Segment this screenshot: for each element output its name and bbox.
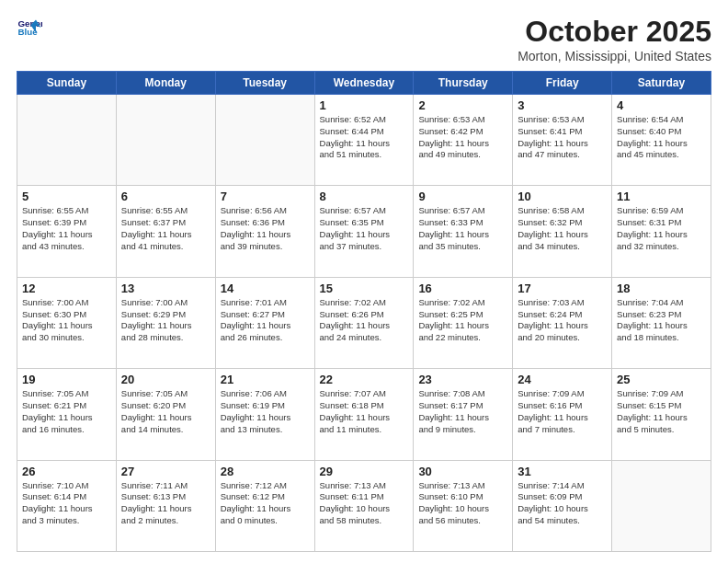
cell-info-line: and 5 minutes.	[617, 424, 706, 436]
cell-info-line: Sunrise: 7:09 AM	[518, 388, 607, 400]
cell-info-line: Sunrise: 6:57 AM	[320, 205, 409, 217]
cell-info-line: and 35 minutes.	[418, 241, 507, 253]
cell-info-line: Daylight: 11 hours	[617, 138, 706, 150]
cell-info-line: and 13 minutes.	[221, 424, 310, 436]
calendar-cell-w2-d3: 7Sunrise: 6:56 AMSunset: 6:36 PMDaylight…	[215, 186, 314, 277]
cell-info-line: Sunset: 6:11 PM	[320, 491, 409, 503]
date-number: 26	[22, 465, 111, 478]
cell-info-line: Sunrise: 6:52 AM	[320, 114, 409, 126]
cell-info-line: Sunrise: 7:13 AM	[320, 480, 409, 492]
cell-info-line: Sunset: 6:12 PM	[221, 491, 310, 503]
calendar-cell-w5-d6: 31Sunrise: 7:14 AMSunset: 6:09 PMDayligh…	[513, 460, 612, 551]
cell-info-line: Sunrise: 7:10 AM	[22, 480, 111, 492]
header: General Blue October 2025 Morton, Missis…	[17, 15, 711, 63]
date-number: 17	[518, 282, 607, 295]
cell-info-line: Sunrise: 6:59 AM	[617, 205, 706, 217]
calendar-cell-w5-d2: 27Sunrise: 7:11 AMSunset: 6:13 PMDayligh…	[116, 460, 215, 551]
cell-info-line: Daylight: 10 hours	[518, 503, 607, 515]
date-number: 22	[320, 373, 409, 386]
date-number: 27	[121, 465, 210, 478]
cell-info-line: Daylight: 10 hours	[418, 503, 507, 515]
cell-info-line: Sunrise: 6:54 AM	[617, 114, 706, 126]
cell-info-line: Sunrise: 7:07 AM	[320, 388, 409, 400]
calendar-cell-w4-d1: 19Sunrise: 7:05 AMSunset: 6:21 PMDayligh…	[17, 369, 117, 460]
calendar-cell-w2-d1: 5Sunrise: 6:55 AMSunset: 6:39 PMDaylight…	[17, 186, 117, 277]
cell-info-line: Daylight: 11 hours	[22, 412, 111, 424]
cell-info-line: Daylight: 11 hours	[518, 229, 607, 241]
calendar-cell-w2-d5: 9Sunrise: 6:57 AMSunset: 6:33 PMDaylight…	[414, 186, 513, 277]
date-number: 16	[418, 282, 507, 295]
cell-info-line: and 41 minutes.	[121, 241, 210, 253]
weekday-header-monday: Monday	[116, 72, 215, 95]
cell-info-line: and 37 minutes.	[320, 241, 409, 253]
date-number: 8	[320, 190, 409, 203]
cell-info-line: Sunrise: 7:02 AM	[320, 297, 409, 309]
cell-info-line: Daylight: 11 hours	[320, 320, 409, 332]
cell-info-line: and 58 minutes.	[320, 515, 409, 527]
date-number: 23	[418, 373, 507, 386]
cell-info-line: Sunset: 6:33 PM	[418, 217, 507, 229]
week-row-3: 12Sunrise: 7:00 AMSunset: 6:30 PMDayligh…	[17, 277, 711, 368]
cell-info-line: and 43 minutes.	[22, 241, 111, 253]
calendar-cell-w3-d5: 16Sunrise: 7:02 AMSunset: 6:25 PMDayligh…	[414, 277, 513, 368]
calendar-cell-w2-d7: 11Sunrise: 6:59 AMSunset: 6:31 PMDayligh…	[612, 186, 711, 277]
cell-info-line: and 45 minutes.	[617, 149, 706, 161]
calendar-cell-w1-d6: 3Sunrise: 6:53 AMSunset: 6:41 PMDaylight…	[513, 95, 612, 186]
date-number: 3	[518, 98, 607, 112]
cell-info-line: Sunset: 6:26 PM	[320, 309, 409, 321]
calendar-cell-w5-d4: 29Sunrise: 7:13 AMSunset: 6:11 PMDayligh…	[314, 460, 414, 551]
cell-info-line: and 30 minutes.	[22, 332, 111, 344]
date-number: 20	[121, 373, 210, 386]
date-number: 30	[418, 465, 507, 478]
calendar-cell-w3-d7: 18Sunrise: 7:04 AMSunset: 6:23 PMDayligh…	[612, 277, 711, 368]
cell-info-line: and 34 minutes.	[518, 241, 607, 253]
date-number: 1	[320, 98, 409, 112]
cell-info-line: Sunrise: 7:13 AM	[418, 480, 507, 492]
cell-info-line: and 32 minutes.	[617, 241, 706, 253]
calendar-cell-w4-d4: 22Sunrise: 7:07 AMSunset: 6:18 PMDayligh…	[314, 369, 414, 460]
date-number: 9	[418, 190, 507, 203]
cell-info-line: Daylight: 11 hours	[418, 138, 507, 150]
cell-info-line: Sunset: 6:30 PM	[22, 309, 111, 321]
cell-info-line: Daylight: 11 hours	[320, 412, 409, 424]
cell-info-line: Sunrise: 6:55 AM	[121, 205, 210, 217]
cell-info-line: Sunset: 6:13 PM	[121, 491, 210, 503]
calendar-cell-w2-d2: 6Sunrise: 6:55 AMSunset: 6:37 PMDaylight…	[116, 186, 215, 277]
calendar-cell-w5-d1: 26Sunrise: 7:10 AMSunset: 6:14 PMDayligh…	[17, 460, 117, 551]
cell-info-line: and 7 minutes.	[518, 424, 607, 436]
cell-info-line: Sunset: 6:42 PM	[418, 126, 507, 138]
date-number: 10	[518, 190, 607, 203]
cell-info-line: Sunset: 6:20 PM	[121, 400, 210, 412]
date-number: 29	[320, 465, 409, 478]
cell-info-line: and 11 minutes.	[320, 424, 409, 436]
calendar-cell-w3-d2: 13Sunrise: 7:00 AMSunset: 6:29 PMDayligh…	[116, 277, 215, 368]
cell-info-line: Sunset: 6:09 PM	[518, 491, 607, 503]
cell-info-line: Sunset: 6:21 PM	[22, 400, 111, 412]
calendar-cell-w3-d6: 17Sunrise: 7:03 AMSunset: 6:24 PMDayligh…	[513, 277, 612, 368]
week-row-5: 26Sunrise: 7:10 AMSunset: 6:14 PMDayligh…	[17, 460, 711, 551]
cell-info-line: Sunrise: 6:53 AM	[418, 114, 507, 126]
calendar-cell-w3-d1: 12Sunrise: 7:00 AMSunset: 6:30 PMDayligh…	[17, 277, 117, 368]
cell-info-line: Sunset: 6:29 PM	[121, 309, 210, 321]
logo-icon: General Blue	[17, 15, 42, 40]
cell-info-line: Daylight: 10 hours	[320, 503, 409, 515]
cell-info-line: and 28 minutes.	[121, 332, 210, 344]
cell-info-line: Daylight: 11 hours	[22, 320, 111, 332]
cell-info-line: Daylight: 11 hours	[320, 138, 409, 150]
cell-info-line: Daylight: 11 hours	[22, 503, 111, 515]
date-number: 21	[221, 373, 310, 386]
cell-info-line: Sunset: 6:39 PM	[22, 217, 111, 229]
date-number: 2	[418, 98, 507, 112]
cell-info-line: Sunset: 6:14 PM	[22, 491, 111, 503]
cell-info-line: and 22 minutes.	[418, 332, 507, 344]
cell-info-line: and 20 minutes.	[518, 332, 607, 344]
cell-info-line: Sunrise: 7:14 AM	[518, 480, 607, 492]
calendar-cell-w3-d3: 14Sunrise: 7:01 AMSunset: 6:27 PMDayligh…	[215, 277, 314, 368]
cell-info-line: Sunrise: 7:05 AM	[22, 388, 111, 400]
cell-info-line: Sunrise: 7:12 AM	[221, 480, 310, 492]
calendar-cell-w1-d4: 1Sunrise: 6:52 AMSunset: 6:44 PMDaylight…	[314, 95, 414, 186]
calendar-cell-w4-d6: 24Sunrise: 7:09 AMSunset: 6:16 PMDayligh…	[513, 369, 612, 460]
date-number: 18	[617, 282, 706, 295]
cell-info-line: Sunset: 6:10 PM	[418, 491, 507, 503]
cell-info-line: Daylight: 11 hours	[320, 229, 409, 241]
